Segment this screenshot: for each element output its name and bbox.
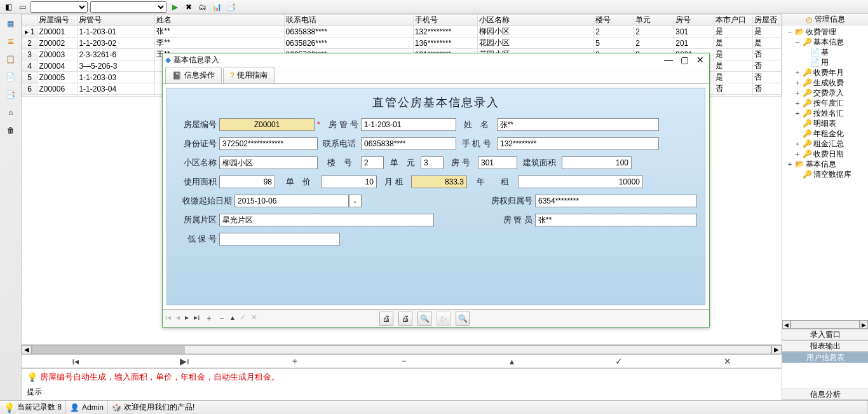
input-dibao[interactable]: [219, 233, 340, 245]
minimize-button[interactable]: —: [664, 55, 673, 65]
col-unit[interactable]: 单元: [634, 15, 674, 26]
tree-scroll-left-icon[interactable]: ◀: [782, 321, 790, 329]
scroll-track[interactable]: [32, 345, 771, 354]
col-house-id[interactable]: 房屋编号: [37, 15, 78, 26]
rec-next-icon[interactable]: ▸: [185, 313, 189, 324]
toolbar-btn-a[interactable]: ◧: [3, 1, 14, 13]
tree-node[interactable]: 📄用: [783, 57, 867, 67]
rec-del-icon[interactable]: －: [218, 313, 226, 324]
tree-node[interactable]: 🔑清空数据库: [783, 169, 867, 179]
col-housestate[interactable]: 房屋否: [753, 15, 782, 26]
input-price[interactable]: [321, 176, 377, 188]
tree-scroll-track[interactable]: [790, 321, 860, 329]
rec-last-icon[interactable]: ▸ı: [194, 313, 200, 324]
section-report-output[interactable]: 报表输出: [782, 340, 868, 352]
col-phone[interactable]: 联系电话: [284, 15, 413, 26]
col-mgmt-no[interactable]: 房管号: [78, 15, 155, 26]
input-community[interactable]: [219, 156, 318, 169]
tree-node[interactable]: +🔑按姓名汇: [783, 108, 867, 118]
scroll-right-icon[interactable]: ▶: [771, 345, 782, 354]
tree-node[interactable]: 🔑年租金化: [783, 128, 867, 139]
input-name[interactable]: [497, 118, 659, 131]
tree-node[interactable]: +🔑收费日期: [783, 149, 867, 159]
toolbar-dropdown-1[interactable]: [31, 1, 88, 13]
tab-info-ops[interactable]: 📓 信息操作: [165, 67, 222, 83]
col-building[interactable]: 楼号: [594, 15, 634, 26]
printer-icon[interactable]: 🖨: [379, 312, 393, 326]
tree-scroll-right-icon[interactable]: ▶: [860, 321, 868, 329]
section-info-analysis[interactable]: 信息分析: [782, 389, 868, 400]
toolbar-icon-c[interactable]: 🗂: [197, 1, 208, 13]
toolbar-dropdown-2[interactable]: [90, 1, 166, 13]
input-house-id[interactable]: [219, 118, 315, 131]
col-community[interactable]: 小区名称: [478, 15, 594, 26]
tree-node[interactable]: 📄基: [783, 47, 867, 57]
input-start-date[interactable]: [234, 195, 349, 207]
tree-node[interactable]: +🔑租金汇总: [783, 139, 867, 149]
input-room[interactable]: [478, 156, 517, 169]
tree-hscroll[interactable]: ◀ ▶: [782, 320, 868, 329]
tree-node[interactable]: −📂收费管理: [783, 27, 867, 37]
nav-remove-icon[interactable]: －: [400, 355, 409, 367]
maximize-button[interactable]: ▢: [681, 55, 689, 65]
rail-icon-5[interactable]: 📑: [4, 88, 18, 102]
rec-first-icon[interactable]: ı◂: [165, 313, 171, 324]
input-mobile[interactable]: [497, 137, 659, 150]
rec-prev-icon[interactable]: ◂: [176, 313, 180, 324]
scroll-thumb[interactable]: [32, 346, 185, 354]
input-district[interactable]: [219, 214, 434, 226]
rail-icon-3[interactable]: 📋: [4, 52, 18, 66]
nav-prev-icon[interactable]: ▶ı: [180, 356, 189, 366]
input-unit[interactable]: [421, 156, 444, 169]
input-building[interactable]: [361, 156, 384, 169]
tree-node[interactable]: +🔑收费年月: [783, 67, 867, 78]
nav-cancel-icon[interactable]: ✕: [724, 356, 731, 366]
close-button[interactable]: ✕: [696, 55, 704, 65]
run-icon[interactable]: ▶: [169, 1, 180, 13]
nav-tree[interactable]: −📂收费管理−🔑基本信息📄基📄用+🔑收费年月+🔑生成收费+🔑交费录入+🔑按年度汇…: [782, 25, 868, 320]
tree-node[interactable]: +📂基本信息: [783, 159, 867, 169]
input-area-build[interactable]: [562, 156, 632, 169]
input-monthly[interactable]: [411, 176, 467, 188]
input-phone[interactable]: [361, 137, 456, 150]
nav-first-icon[interactable]: ı◂: [72, 356, 79, 366]
input-own-no[interactable]: [535, 195, 697, 207]
tree-node[interactable]: +🔑交费录入: [783, 88, 867, 98]
nav-save-icon[interactable]: ✓: [615, 356, 623, 366]
toolbar-icon-e[interactable]: 📑: [225, 1, 236, 13]
tab-guide[interactable]: ? 使用指南: [223, 67, 275, 83]
rec-save-icon[interactable]: ✓: [240, 313, 246, 324]
date-dropdown-icon[interactable]: ⌄: [349, 195, 362, 207]
exit-icon[interactable]: ✖: [183, 1, 194, 13]
toolbar-btn-b[interactable]: ▭: [17, 1, 28, 13]
rail-icon-2[interactable]: ≣: [4, 34, 18, 48]
rec-add-icon[interactable]: ＋: [205, 313, 213, 324]
col-mobile[interactable]: 手机号: [413, 15, 478, 26]
rail-icon-1[interactable]: ▦: [4, 17, 18, 31]
nav-add-icon[interactable]: ＋: [290, 355, 299, 367]
col-hukou[interactable]: 本市户口: [714, 15, 753, 26]
rail-icon-7[interactable]: 🗑: [4, 123, 18, 137]
rec-cancel-icon[interactable]: ✕: [251, 313, 257, 324]
zoom-icon[interactable]: 🔍: [417, 312, 431, 326]
table-row[interactable]: ▸ 1Z000011-1-203-01张**0635838****132****…: [22, 26, 782, 38]
table-row[interactable]: 2Z000021-1-203-02李**0635826****136******…: [22, 38, 782, 49]
tree-node[interactable]: +🔑生成收费: [783, 78, 867, 88]
tree-node[interactable]: +🔑按年度汇: [783, 98, 867, 108]
input-id-no[interactable]: [219, 137, 318, 150]
nav-edit-icon[interactable]: ▴: [510, 356, 514, 366]
tree-node[interactable]: 🔑明细表: [783, 118, 867, 128]
zoom2-icon[interactable]: 🔍: [456, 312, 470, 326]
toolbar-icon-d[interactable]: 📊: [211, 1, 222, 13]
scroll-left-icon[interactable]: ◀: [22, 345, 32, 354]
col-room[interactable]: 房号: [674, 15, 714, 26]
rail-icon-6[interactable]: ⌂: [4, 106, 18, 120]
section-user-info[interactable]: 用户信息表: [782, 352, 868, 363]
rail-icon-4[interactable]: 📄: [4, 70, 18, 84]
input-mgmt-no[interactable]: [361, 118, 456, 131]
rec-edit-icon[interactable]: ▴: [231, 313, 234, 324]
section-entry-window[interactable]: 录入窗口: [782, 329, 868, 340]
printer2-icon[interactable]: 🖨: [398, 312, 412, 326]
input-manager[interactable]: [535, 214, 697, 226]
tree-node[interactable]: −🔑基本信息: [783, 37, 867, 47]
